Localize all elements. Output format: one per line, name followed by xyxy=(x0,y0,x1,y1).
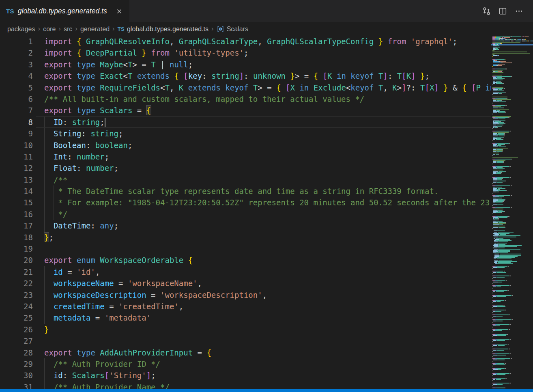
code-line[interactable]: 30 id: Scalars['String']; xyxy=(0,370,491,381)
code-line[interactable]: 9 String: string; xyxy=(0,128,491,139)
indent-guide xyxy=(44,266,45,278)
code-line-content: Boolean: boolean; xyxy=(33,140,491,151)
compare-changes-button[interactable] xyxy=(480,5,492,17)
line-number: 27 xyxy=(0,335,33,347)
code-line-content: /** All built-in and custom scalars, map… xyxy=(33,93,491,105)
code-line-content: /** xyxy=(33,174,491,185)
code-line-content: workspaceName = 'workspaceName', xyxy=(33,278,491,289)
code-line[interactable]: 14 * The DateTime scalar type represents… xyxy=(0,185,491,197)
code-line[interactable]: 24 createdTime = 'createdTime', xyxy=(0,301,491,312)
code-line[interactable]: 11 Int: number; xyxy=(0,151,491,162)
breadcrumb-item-file[interactable]: TSglobal.db.types.generated.ts xyxy=(118,26,208,33)
code-line[interactable]: 1import { GraphQLResolveInfo, GraphQLSca… xyxy=(0,36,491,47)
code-line[interactable]: 16 */ xyxy=(0,209,491,220)
editor-actions xyxy=(480,0,533,22)
code-line[interactable]: 17 DateTime: any; xyxy=(0,220,491,231)
line-number: 21 xyxy=(0,266,33,278)
code-line-content: id: Scalars['String']; xyxy=(33,370,491,381)
code-line-content: } xyxy=(33,324,491,335)
code-line-content: import { DeepPartial } from 'utility-typ… xyxy=(33,47,491,58)
code-line-content: * The DateTime scalar type represents da… xyxy=(33,185,491,197)
code-line[interactable]: 13 /** xyxy=(0,174,491,185)
tab-close-button[interactable] xyxy=(115,7,124,16)
code-line-content: */ xyxy=(33,209,491,220)
status-bar[interactable] xyxy=(0,389,533,392)
line-number: 28 xyxy=(0,347,33,358)
code-line[interactable]: 26} xyxy=(0,324,491,335)
breadcrumb-item-packages[interactable]: packages xyxy=(7,26,35,33)
code-line-content: export type Maybe<T> = T | null; xyxy=(33,59,491,70)
breadcrumb-item-symbol[interactable]: Scalars xyxy=(217,25,248,33)
code-line-content: * For example: "1985-04-12T23:20:50.52Z"… xyxy=(33,197,491,208)
code-line[interactable]: 8 ID: string; xyxy=(0,116,491,128)
code-viewport[interactable]: 1import { GraphQLResolveInfo, GraphQLSca… xyxy=(0,36,491,389)
chevron-right-icon: › xyxy=(38,25,41,33)
code-line-content: }; xyxy=(33,232,491,243)
code-line[interactable]: 5export type RequireFields<T, K extends … xyxy=(0,82,491,93)
code-line[interactable]: 2import { DeepPartial } from 'utility-ty… xyxy=(0,47,491,58)
code-line[interactable]: 7export type Scalars = { xyxy=(0,105,491,116)
indent-guide xyxy=(44,220,45,231)
code-line[interactable]: 15 * For example: "1985-04-12T23:20:50.5… xyxy=(0,197,491,208)
more-actions-button[interactable] xyxy=(513,5,525,17)
code-line[interactable]: 20export enum WorkspaceOrderable { xyxy=(0,254,491,266)
breadcrumb-item-core[interactable]: core xyxy=(43,26,56,33)
code-line-content: export type Scalars = { xyxy=(33,105,491,116)
indent-guide xyxy=(54,185,54,197)
code-line[interactable]: 10 Boolean: boolean; xyxy=(0,140,491,151)
editor-tab[interactable]: TS global.db.types.generated.ts xyxy=(0,0,129,22)
indent-guide xyxy=(54,197,54,208)
indent-guide xyxy=(44,278,45,289)
code-line-content: export type Exact<T extends { [key: stri… xyxy=(33,70,491,82)
split-editor-icon xyxy=(498,6,507,16)
typescript-file-icon: TS xyxy=(118,26,125,32)
line-number: 23 xyxy=(0,289,33,301)
code-line[interactable]: 6/** All built-in and custom scalars, ma… xyxy=(0,93,491,105)
chevron-right-icon: › xyxy=(75,25,77,33)
indent-guide xyxy=(44,140,45,151)
code-line[interactable]: 19 xyxy=(0,243,491,254)
code-line[interactable]: 12 Float: number; xyxy=(0,162,491,174)
line-number: 6 xyxy=(0,93,33,105)
code-line[interactable]: 28export type AddAuthProviderInput = { xyxy=(0,347,491,358)
line-number: 2 xyxy=(0,47,33,58)
indent-guide xyxy=(44,370,45,381)
indent-guide xyxy=(44,381,45,389)
line-number: 19 xyxy=(0,243,33,254)
code-line-content: metadata = 'metadata' xyxy=(33,312,491,323)
symbol-type-icon xyxy=(217,25,224,33)
code-line[interactable]: 31 /** Auth Provider Name */ xyxy=(0,381,491,389)
code-line-content: DateTime: any; xyxy=(33,220,491,231)
code-line[interactable]: 27 xyxy=(0,335,491,347)
indent-guide xyxy=(44,162,45,174)
indent-guide xyxy=(44,197,45,208)
split-editor-button[interactable] xyxy=(496,5,509,17)
breadcrumb-item-generated[interactable]: generated xyxy=(80,26,110,33)
line-number: 3 xyxy=(0,59,33,70)
code-line[interactable]: 23 workspaceDescription = 'workspaceDesc… xyxy=(0,289,491,301)
editor-area: 1import { GraphQLResolveInfo, GraphQLSca… xyxy=(0,36,533,389)
indent-guide xyxy=(44,185,45,197)
code-line[interactable]: 18}; xyxy=(0,232,491,243)
code-line[interactable]: 25 metadata = 'metadata' xyxy=(0,312,491,323)
code-line-content: export enum WorkspaceOrderable { xyxy=(33,254,491,266)
breadcrumb-file-label: global.db.types.generated.ts xyxy=(127,26,208,33)
close-icon xyxy=(116,9,122,14)
line-number: 10 xyxy=(0,140,33,151)
line-number: 30 xyxy=(0,370,33,381)
tab-bar: TS global.db.types.generated.ts xyxy=(0,0,533,22)
line-number: 25 xyxy=(0,312,33,323)
breadcrumb-item-src[interactable]: src xyxy=(64,26,72,33)
code-line[interactable]: 21 id = 'id', xyxy=(0,266,491,278)
line-number: 11 xyxy=(0,151,33,162)
indent-guide xyxy=(44,301,45,312)
line-number: 26 xyxy=(0,324,33,335)
code-line-content xyxy=(33,243,491,254)
code-line-content: createdTime = 'createdTime', xyxy=(33,301,491,312)
minimap[interactable] xyxy=(491,36,533,389)
chevron-right-icon: › xyxy=(211,25,214,33)
code-line[interactable]: 29 /** Auth Provider ID */ xyxy=(0,358,491,370)
code-line[interactable]: 3export type Maybe<T> = T | null; xyxy=(0,59,491,70)
code-line[interactable]: 4export type Exact<T extends { [key: str… xyxy=(0,70,491,82)
code-line[interactable]: 22 workspaceName = 'workspaceName', xyxy=(0,278,491,289)
